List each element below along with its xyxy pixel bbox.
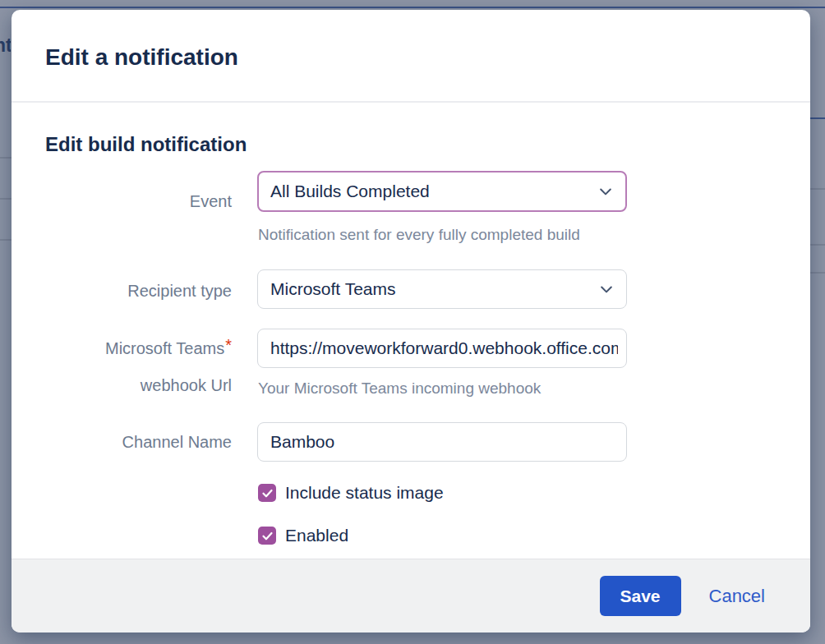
check-icon <box>261 530 274 542</box>
channel-name-label: Channel Name <box>43 432 232 452</box>
header-divider <box>12 101 810 103</box>
channel-name-input[interactable] <box>257 422 627 462</box>
background-page-rule <box>0 7 825 8</box>
background-row-divider <box>0 239 12 241</box>
event-select-value: All Builds Completed <box>270 182 430 201</box>
event-select[interactable]: All Builds Completed <box>257 171 627 212</box>
cancel-link[interactable]: Cancel <box>709 586 765 607</box>
edit-notification-dialog: Edit a notification Edit build notificat… <box>12 10 810 632</box>
section-heading: Edit build notification <box>45 133 247 156</box>
enabled-checkbox[interactable] <box>258 527 276 545</box>
enabled-label: Enabled <box>285 526 348 545</box>
chevron-down-icon <box>597 183 614 200</box>
save-button[interactable]: Save <box>600 576 681 616</box>
event-label: Event <box>43 191 232 211</box>
required-asterisk: * <box>225 336 232 354</box>
recipient-type-label: Recipient type <box>43 281 232 301</box>
background-row-divider <box>810 188 825 190</box>
dialog-footer: Save Cancel <box>12 559 810 632</box>
include-status-image-checkbox[interactable] <box>258 484 276 502</box>
background-partial-text: nt <box>0 34 11 57</box>
background-row-divider <box>810 244 825 246</box>
webhook-label-line2: webhook Url <box>141 376 232 394</box>
check-icon <box>261 487 274 499</box>
background-page-rule <box>810 117 825 119</box>
enabled-row: Enabled <box>258 526 348 545</box>
chevron-down-icon <box>598 281 615 297</box>
background-row-divider <box>810 272 825 274</box>
recipient-type-select[interactable]: Microsoft Teams <box>257 269 627 309</box>
background-row-divider <box>0 157 12 159</box>
webhook-label-line1: Microsoft Teams <box>105 339 224 357</box>
include-status-image-label: Include status image <box>285 483 444 503</box>
recipient-type-select-value: Microsoft Teams <box>270 279 396 299</box>
webhook-help-text: Your Microsoft Teams incoming webhook <box>258 380 541 398</box>
include-status-image-row: Include status image <box>258 483 444 503</box>
background-row-divider <box>0 198 12 200</box>
event-help-text: Notification sent for every fully comple… <box>258 226 580 244</box>
webhook-url-input[interactable] <box>257 329 627 368</box>
webhook-url-label: Microsoft Teams* webhook Url <box>43 330 232 404</box>
dialog-title: Edit a notification <box>45 44 238 71</box>
